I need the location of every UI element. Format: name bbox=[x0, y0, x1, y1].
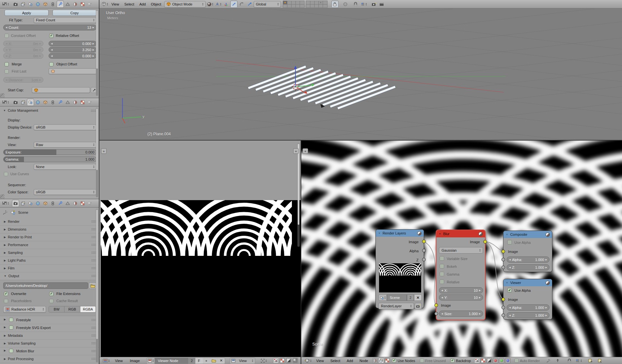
panel-grip[interactable] bbox=[92, 350, 92, 351]
input-image-socket[interactable] bbox=[434, 303, 438, 307]
gamma-checkbox[interactable] bbox=[440, 272, 444, 276]
tab-object-data[interactable] bbox=[64, 1, 71, 8]
backdrop-blue-button[interactable] bbox=[505, 358, 511, 363]
offset-object-field[interactable] bbox=[49, 68, 97, 74]
count-slider[interactable]: ◀Count:13▶ bbox=[3, 25, 97, 30]
scrollbar[interactable] bbox=[96, 108, 98, 197]
tab-world[interactable] bbox=[34, 1, 41, 8]
blur-size-field[interactable]: ◀Size:1.000▶ bbox=[439, 311, 483, 317]
tab-scene[interactable] bbox=[27, 200, 34, 207]
backdrop-z-button[interactable] bbox=[487, 358, 492, 363]
layer-cell[interactable] bbox=[306, 1, 310, 4]
panel-grip[interactable] bbox=[92, 342, 92, 343]
panel-grip[interactable] bbox=[92, 252, 92, 252]
z-field[interactable]: ◀Z:1.000▶ bbox=[507, 312, 549, 318]
layer-cell[interactable] bbox=[287, 4, 292, 7]
mode-dropdown[interactable]: Object Mode▴▾ bbox=[164, 1, 206, 7]
backdrop-color-alpha-button[interactable] bbox=[474, 358, 480, 363]
viewport-shading-button[interactable]: ▴▾ bbox=[206, 1, 214, 8]
cache-result-checkbox[interactable] bbox=[49, 299, 53, 303]
constant-z-field[interactable]: ◀Z:0m▶ bbox=[3, 53, 43, 59]
use-alpha-checkbox[interactable]: ✓ bbox=[507, 288, 512, 292]
snap-element-button[interactable]: ▴▾ bbox=[575, 357, 582, 364]
scene-users-count[interactable]: 2 bbox=[407, 294, 414, 301]
tab-modifiers[interactable] bbox=[57, 200, 64, 207]
use-alpha-checkbox[interactable] bbox=[507, 240, 512, 245]
use-curves-checkbox[interactable] bbox=[4, 172, 8, 176]
menu-view[interactable]: View bbox=[314, 359, 326, 363]
panel-grip[interactable] bbox=[92, 267, 92, 268]
freestyle-svg-checkbox[interactable] bbox=[9, 325, 13, 330]
constant-offset-checkbox[interactable] bbox=[5, 34, 9, 38]
paste-nodes-button[interactable] bbox=[596, 357, 603, 364]
channel-color-button[interactable] bbox=[293, 358, 298, 363]
tab-world[interactable] bbox=[34, 99, 41, 106]
panel-grip[interactable] bbox=[92, 327, 92, 327]
menu-node[interactable]: Node bbox=[357, 359, 370, 363]
tab-particles[interactable] bbox=[86, 200, 94, 207]
relative-checkbox[interactable] bbox=[440, 279, 444, 284]
input-size-socket[interactable] bbox=[434, 312, 438, 315]
layer-cell-active[interactable] bbox=[283, 1, 287, 4]
lock-to-scene-button[interactable] bbox=[331, 1, 339, 8]
panel-grip[interactable] bbox=[92, 244, 92, 245]
scrollbar[interactable] bbox=[96, 10, 98, 96]
panel-row-post-processing[interactable]: ▶Post Processing bbox=[4, 357, 34, 361]
color-mode-rgba[interactable]: RGBA bbox=[80, 306, 96, 312]
layer-cell[interactable] bbox=[287, 1, 292, 4]
manipulator-toggle-button[interactable] bbox=[223, 1, 230, 8]
tab-particles[interactable] bbox=[86, 99, 94, 106]
image-canvas[interactable]: + + bbox=[99, 141, 301, 357]
snap-toggle-button[interactable] bbox=[566, 357, 573, 364]
open-image-button[interactable] bbox=[210, 358, 218, 364]
panel-grip[interactable] bbox=[92, 259, 92, 260]
menu-add[interactable]: Add bbox=[137, 2, 148, 6]
editor-type-button[interactable]: ▴▾ bbox=[1, 200, 9, 207]
render-layer-dropdown[interactable]: RenderLayer▴▾ bbox=[378, 303, 414, 309]
tab-render[interactable] bbox=[12, 200, 19, 207]
layer-cell[interactable] bbox=[292, 1, 296, 4]
channel-color-alpha-button[interactable] bbox=[273, 358, 279, 363]
start-cap-field[interactable] bbox=[32, 87, 90, 93]
input-alpha-socket[interactable] bbox=[501, 306, 505, 309]
layer-cell[interactable] bbox=[310, 1, 315, 4]
scrollbar[interactable] bbox=[96, 209, 98, 362]
fit-type-dropdown[interactable]: Fixed Count▴▾ bbox=[34, 17, 97, 23]
menu-select[interactable]: Select bbox=[122, 2, 137, 6]
tab-constraints[interactable] bbox=[49, 1, 56, 8]
node-composite[interactable]: ▼Composite Use Alpha Image ◀Alpha:1.000▶… bbox=[503, 231, 552, 272]
panel-row-film[interactable]: ▶Film bbox=[4, 266, 15, 270]
free-unused-checkbox[interactable] bbox=[420, 358, 424, 363]
tab-scene[interactable] bbox=[27, 1, 34, 8]
layer-cell[interactable] bbox=[296, 1, 300, 4]
tab-texture[interactable] bbox=[79, 1, 86, 8]
scene-browse-button[interactable]: ▴▾ bbox=[378, 294, 387, 301]
layer-cell[interactable] bbox=[323, 4, 327, 7]
panel-row-freestyle-svg[interactable]: ▶ bbox=[4, 326, 6, 329]
gamma-slider[interactable]: Gamma:1.000 bbox=[3, 156, 97, 162]
tab-object[interactable] bbox=[42, 99, 49, 106]
constant-y-field[interactable]: ◀Y:0m▶ bbox=[3, 47, 43, 52]
tab-object-data[interactable] bbox=[64, 200, 71, 207]
tab-material[interactable] bbox=[72, 200, 79, 207]
input-alpha-socket[interactable] bbox=[501, 258, 505, 261]
tab-render[interactable] bbox=[12, 99, 19, 106]
pin-button[interactable] bbox=[545, 357, 552, 364]
backdrop-alpha-button[interactable] bbox=[480, 358, 486, 363]
file-format-dropdown[interactable]: Radiance HDR▴▾ bbox=[3, 306, 46, 313]
unlink-image-button[interactable]: ✕ bbox=[218, 358, 225, 364]
file-extensions-checkbox[interactable]: ✓ bbox=[49, 292, 53, 296]
motion-blur-checkbox[interactable] bbox=[9, 349, 13, 353]
tab-constraints[interactable] bbox=[49, 200, 56, 207]
input-z-socket[interactable] bbox=[501, 266, 505, 269]
layer-cell[interactable] bbox=[306, 4, 310, 7]
z-field[interactable]: ◀Z:1.000▶ bbox=[507, 264, 549, 270]
panel-grip[interactable] bbox=[92, 335, 92, 335]
menu-view[interactable]: View bbox=[113, 359, 125, 363]
output-image-socket[interactable] bbox=[483, 240, 487, 244]
go-to-parent-button[interactable] bbox=[554, 357, 561, 364]
use-nodes-checkbox[interactable]: ✓ bbox=[392, 358, 396, 363]
constant-x-field[interactable]: ◀X:0m▶ bbox=[3, 41, 43, 46]
editor-type-button[interactable]: ▴▾ bbox=[101, 1, 109, 8]
exposure-slider[interactable]: ◀Exposure:0.000 bbox=[3, 149, 97, 155]
